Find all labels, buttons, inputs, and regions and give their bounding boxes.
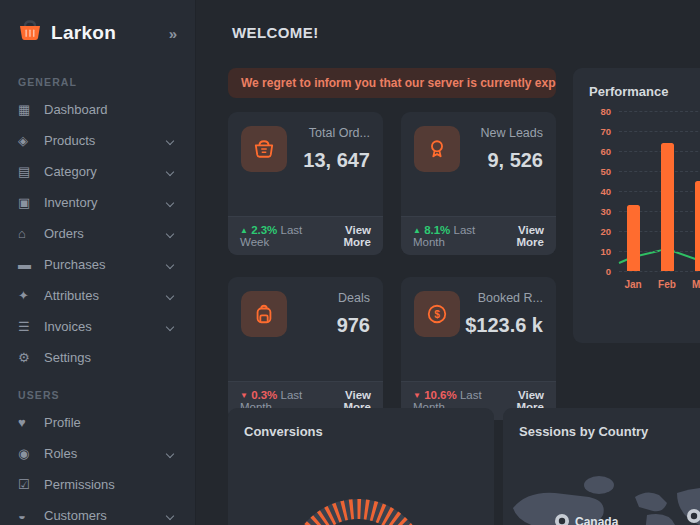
stat-change: ▲ 8.1% Last Month xyxy=(413,224,498,248)
inventory-icon: ▣ xyxy=(18,195,44,210)
sidebar-item-invoices[interactable]: ☰Invoices xyxy=(0,311,195,342)
chevron-down-icon xyxy=(166,229,174,237)
view-more-link[interactable]: View More xyxy=(325,224,371,248)
chevron-down-icon xyxy=(166,449,174,457)
main-content: WELCOME! We regret to inform you that ou… xyxy=(196,0,700,525)
conversions-card: Conversions xyxy=(228,408,494,525)
stat-value: 976 xyxy=(287,313,370,338)
trend-down-icon: ▼ xyxy=(240,391,248,400)
trend-down-icon: ▼ xyxy=(413,391,421,400)
sidebar-item-label: Inventory xyxy=(44,195,167,210)
gridline xyxy=(619,171,700,172)
sidebar-item-profile[interactable]: ♥Profile xyxy=(0,407,195,438)
sessions-card: Sessions by Country Canada xyxy=(503,408,700,525)
stat-title: New Leads xyxy=(460,126,543,140)
trend-up-icon: ▲ xyxy=(240,226,248,235)
stat-cards: Total Ord... 13, 647 ▲ 2.3% Last Week Vi… xyxy=(228,112,556,420)
bar-feb xyxy=(661,143,674,271)
gridline xyxy=(619,191,700,192)
sidebar-item-label: Attributes xyxy=(44,288,167,303)
stat-change: ▲ 2.3% Last Week xyxy=(240,224,325,248)
sidebar-item-roles[interactable]: ◉Roles xyxy=(0,438,195,469)
world-map: Canada xyxy=(507,463,700,525)
performance-card: Performance 01020304050607080 JanFebMar xyxy=(573,68,700,343)
sidebar-item-permissions[interactable]: ☑Permissions xyxy=(0,469,195,500)
gridline xyxy=(619,151,700,152)
y-tick-label: 10 xyxy=(589,246,611,257)
sidebar-item-label: Purchases xyxy=(44,257,167,272)
attributes-icon: ✦ xyxy=(18,288,44,303)
alert-message: We regret to inform you that our server … xyxy=(241,76,556,90)
x-tick-label: Feb xyxy=(658,279,676,290)
sidebar-item-label: Dashboard xyxy=(44,102,177,117)
page-title: WELCOME! xyxy=(232,24,319,41)
purchases-icon: ▬ xyxy=(18,257,44,272)
sidebar-item-attributes[interactable]: ✦Attributes xyxy=(0,280,195,311)
gridline xyxy=(619,111,700,112)
y-axis-labels: 01020304050607080 xyxy=(589,111,611,271)
invoices-icon: ☰ xyxy=(18,319,44,334)
sidebar-item-inventory[interactable]: ▣Inventory xyxy=(0,187,195,218)
y-tick-label: 30 xyxy=(589,206,611,217)
x-tick-label: Jan xyxy=(624,279,641,290)
sessions-title: Sessions by Country xyxy=(519,424,700,439)
gridline xyxy=(619,131,700,132)
permissions-icon: ☑ xyxy=(18,477,44,492)
sidebar-item-label: Profile xyxy=(44,415,177,430)
chevron-down-icon xyxy=(166,291,174,299)
dashboard-page: Larkon » GENERAL▦Dashboard◈Products▤Cate… xyxy=(0,0,700,525)
map-marker-label: Canada xyxy=(575,515,619,525)
sidebar-item-label: Category xyxy=(44,164,167,179)
award-icon xyxy=(414,126,460,172)
sidebar-collapse-icon[interactable]: » xyxy=(169,25,179,42)
sidebar-item-customers[interactable]: ◒Customers xyxy=(0,500,195,525)
stat-value: $123.6 k xyxy=(460,313,543,338)
bar-mar xyxy=(695,181,700,271)
y-tick-label: 60 xyxy=(589,146,611,157)
sidebar-item-orders[interactable]: ⌂Orders xyxy=(0,218,195,249)
sidebar-section-label: USERS xyxy=(0,373,195,407)
sidebar-item-purchases[interactable]: ▬Purchases xyxy=(0,249,195,280)
conversions-gauge xyxy=(228,444,494,525)
logo[interactable]: Larkon » xyxy=(0,0,195,60)
trend-up-icon: ▲ xyxy=(413,226,421,235)
sidebar-item-label: Settings xyxy=(44,350,177,365)
sidebar-item-label: Invoices xyxy=(44,319,167,334)
y-tick-label: 70 xyxy=(589,126,611,137)
chevron-down-icon xyxy=(166,136,174,144)
sidebar-item-dashboard[interactable]: ▦Dashboard xyxy=(0,94,195,125)
sidebar-item-products[interactable]: ◈Products xyxy=(0,125,195,156)
y-tick-label: 50 xyxy=(589,166,611,177)
basket-icon xyxy=(18,20,42,46)
roles-icon: ◉ xyxy=(18,446,44,461)
category-icon: ▤ xyxy=(18,164,44,179)
y-tick-label: 20 xyxy=(589,226,611,237)
orders-icon: ⌂ xyxy=(18,226,44,241)
stat-value: 9, 526 xyxy=(460,148,543,173)
sidebar-item-settings[interactable]: ⚙Settings xyxy=(0,342,195,373)
basket-icon xyxy=(241,126,287,172)
sidebar-item-label: Products xyxy=(44,133,167,148)
stat-title: Deals xyxy=(287,291,370,305)
view-more-link[interactable]: View More xyxy=(498,224,544,248)
performance-title: Performance xyxy=(589,84,700,99)
chevron-down-icon xyxy=(166,167,174,175)
sidebar-item-category[interactable]: ▤Category xyxy=(0,156,195,187)
x-axis-labels: JanFebMar xyxy=(619,279,700,293)
performance-chart: 01020304050607080 JanFebMar xyxy=(589,111,700,311)
sidebar-item-label: Customers xyxy=(44,508,167,523)
y-tick-label: 0 xyxy=(589,266,611,277)
stat-value: 13, 647 xyxy=(287,148,370,173)
stat-title: Booked R... xyxy=(460,291,543,305)
profile-icon: ♥ xyxy=(18,415,44,430)
sidebar-item-label: Permissions xyxy=(44,477,177,492)
sidebar-section-label: GENERAL xyxy=(0,60,195,94)
chevron-down-icon xyxy=(166,322,174,330)
performance-plot xyxy=(619,111,700,271)
stat-title: Total Ord... xyxy=(287,126,370,140)
chevron-down-icon xyxy=(166,511,174,519)
chevron-down-icon xyxy=(166,260,174,268)
dollar-icon: $ xyxy=(414,291,460,337)
y-tick-label: 40 xyxy=(589,186,611,197)
stat-card-deals: Deals 976 ▼ 0.3% Last Month View More xyxy=(228,277,383,420)
